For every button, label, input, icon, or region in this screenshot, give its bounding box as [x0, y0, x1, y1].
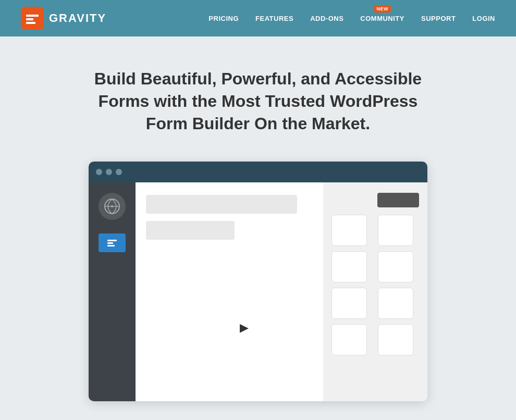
right-panel	[323, 182, 427, 401]
icon-cell-7	[331, 324, 367, 355]
form-input-long[interactable]	[146, 195, 297, 214]
browser-dot-1	[96, 169, 102, 175]
nav-support[interactable]: SUPPORT	[421, 15, 456, 22]
form-input-short[interactable]	[146, 221, 235, 240]
icon-cell-3	[331, 251, 367, 282]
logo-icon	[21, 7, 44, 30]
icon-cell-8	[378, 324, 413, 355]
nav-login[interactable]: LOGIN	[472, 15, 495, 22]
site-header: GRAVITY PRICING FEATURES ADD-ONS NEW COM…	[0, 0, 516, 36]
svg-rect-5	[107, 240, 117, 241]
nav-pricing[interactable]: PRICING	[208, 15, 239, 22]
wordpress-icon	[99, 193, 126, 220]
main-nav: PRICING FEATURES ADD-ONS NEW COMMUNITY S…	[208, 15, 495, 22]
hero-headline: Build Beautiful, Powerful, and Accessibl…	[76, 68, 440, 135]
icon-cell-6	[378, 288, 413, 319]
browser-bar	[89, 162, 427, 182]
submit-button-mock	[377, 193, 419, 207]
browser-dot-2	[106, 169, 112, 175]
browser-content: ▶	[89, 182, 427, 401]
browser-dot-3	[116, 169, 122, 175]
app-sidebar	[89, 182, 136, 401]
svg-rect-6	[107, 242, 113, 244]
icon-cell-2	[378, 215, 413, 246]
svg-rect-0	[26, 15, 39, 17]
browser-mockup: ▶	[89, 162, 427, 401]
icon-cell-4	[378, 251, 413, 282]
cursor-icon: ▶	[240, 322, 249, 333]
logo-area[interactable]: GRAVITY	[21, 7, 106, 30]
form-area: ▶	[136, 182, 323, 401]
svg-rect-7	[107, 245, 115, 246]
nav-features[interactable]: FEATURES	[255, 15, 293, 22]
svg-rect-2	[26, 22, 35, 24]
icon-grid	[331, 215, 419, 355]
nav-addons[interactable]: ADD-ONS	[310, 15, 343, 22]
icon-cell-5	[331, 288, 367, 319]
logo-text: GRAVITY	[49, 11, 106, 25]
nav-community[interactable]: NEW COMMUNITY	[360, 15, 404, 22]
icon-cell-1	[331, 215, 367, 246]
gravity-sidebar-button[interactable]	[99, 233, 126, 252]
svg-rect-1	[26, 18, 33, 20]
new-badge: NEW	[374, 5, 391, 13]
main-content: Build Beautiful, Powerful, and Accessibl…	[0, 36, 516, 420]
